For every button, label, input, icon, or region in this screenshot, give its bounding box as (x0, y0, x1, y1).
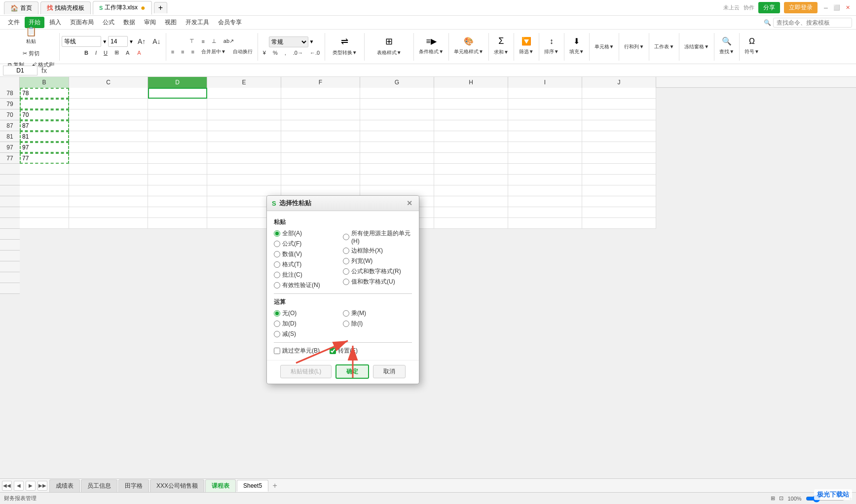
underline-button[interactable]: U (101, 48, 111, 57)
status-view-layout[interactable]: ⊡ (779, 495, 783, 502)
cell-ref-input[interactable] (3, 66, 37, 75)
cut-button[interactable]: ✂ 剪切 (20, 48, 42, 59)
tab-find[interactable]: 找 找稿壳模板 (40, 1, 91, 14)
paste-border-option[interactable]: 边框除外(X) (343, 247, 412, 255)
transpose-option[interactable]: 转置(E) (330, 347, 358, 355)
align-middle-button[interactable]: ≡ (198, 37, 207, 46)
font-name-input[interactable] (62, 36, 101, 47)
merge-button[interactable]: 合并居中▼ (198, 47, 229, 57)
op-add-radio[interactable] (274, 321, 280, 327)
paste-all-option[interactable]: 全部(A) (274, 229, 343, 238)
align-left-button[interactable]: ≡ (168, 47, 177, 56)
cloud-btn[interactable]: 未上云 (723, 4, 740, 11)
op-div-option[interactable]: 除(I) (343, 320, 412, 328)
paste-colwidth-option[interactable]: 列宽(W) (343, 257, 412, 265)
paste-value-radio[interactable] (274, 251, 280, 257)
sheet-tab-yuangongxinxi[interactable]: 员工信息 (81, 479, 117, 492)
paste-formula-num-option[interactable]: 公式和数字格式(R) (343, 267, 412, 276)
skip-blank-checkbox[interactable] (274, 348, 280, 354)
search-input[interactable] (773, 18, 852, 28)
paste-comment-radio[interactable] (274, 272, 280, 278)
paste-value-num-radio[interactable] (343, 279, 349, 285)
op-mul-option[interactable]: 乘(M) (343, 309, 412, 318)
workarea-button[interactable]: 工作表▼ (651, 42, 677, 52)
share-button[interactable]: 分享 (758, 2, 780, 13)
paste-format-option[interactable]: 格式(T) (274, 260, 343, 269)
paste-all-radio[interactable] (274, 230, 280, 237)
align-center-button[interactable]: ≡ (178, 47, 187, 56)
restore-button[interactable]: ⬜ (832, 3, 841, 12)
freeze-button[interactable]: 冻结窗格▼ (681, 42, 712, 52)
align-top-button[interactable]: ⊤ (186, 36, 197, 46)
sheet-nav-next2[interactable]: ▶▶ (37, 481, 47, 491)
cancel-button[interactable]: 取消 (373, 365, 406, 378)
op-sub-radio[interactable] (274, 331, 280, 337)
row-col-button[interactable]: 行和列▼ (621, 42, 647, 52)
wrap-button[interactable]: 自动换行 (230, 47, 256, 57)
align-bottom-button[interactable]: ⊥ (209, 36, 220, 46)
menu-pagelayout[interactable]: 页面布局 (66, 17, 98, 28)
currency-button[interactable]: ¥ (260, 48, 269, 57)
number-format-dropdown-icon[interactable]: ▼ (309, 39, 314, 44)
op-none-radio[interactable] (274, 310, 280, 317)
paste-border-radio[interactable] (343, 248, 349, 254)
paste-theme-radio[interactable] (343, 234, 349, 240)
menu-insert[interactable]: 插入 (45, 17, 65, 28)
sheet-tab-sales[interactable]: XXX公司销售额 (150, 479, 204, 492)
paste-value-num-option[interactable]: 值和数字格式(U) (343, 278, 412, 286)
status-view-normal[interactable]: ⊞ (771, 495, 775, 502)
cell-style-button[interactable]: 单元格样式▼ (451, 47, 486, 57)
orientation-button[interactable]: ab↗ (221, 36, 237, 46)
menu-dev[interactable]: 开发工具 (182, 17, 213, 28)
tab-sheet[interactable]: S 工作簿3.xlsx ● (93, 1, 152, 15)
collab-btn[interactable]: 协作 (744, 4, 754, 11)
table-style-button[interactable]: 表格样式▼ (374, 48, 405, 58)
menu-member[interactable]: 会员专享 (214, 17, 246, 28)
find-toolbar-button[interactable]: 查找▼ (716, 47, 737, 57)
sheet-tab-kechengbiao[interactable]: 课程表 (205, 479, 236, 492)
paste-colwidth-radio[interactable] (343, 258, 349, 264)
tab-home[interactable]: 🏠 首页 (4, 1, 38, 14)
border-button[interactable]: ⊞ (112, 48, 122, 57)
op-sub-option[interactable]: 减(S) (274, 330, 343, 338)
close-button[interactable]: ✕ (843, 3, 852, 12)
op-div-radio[interactable] (343, 321, 349, 327)
tab-add[interactable]: + (154, 2, 167, 13)
paste-formula-num-radio[interactable] (343, 268, 349, 275)
paste-validate-radio[interactable] (274, 282, 280, 288)
op-add-option[interactable]: 加(D) (274, 320, 343, 328)
sheet-tab-sheet5[interactable]: Sheet5 (237, 480, 268, 492)
font-size-dropdown-icon[interactable]: ▼ (129, 39, 134, 44)
minimize-button[interactable]: ─ (821, 3, 830, 12)
font-shrink-button[interactable]: A↓ (149, 36, 163, 47)
paste-validate-option[interactable]: 有效性验证(N) (274, 281, 343, 289)
decrease-decimal-button[interactable]: ←.0 (307, 48, 323, 57)
font-grow-button[interactable]: A↑ (135, 36, 149, 47)
menu-review[interactable]: 审阅 (140, 17, 160, 28)
paste-button[interactable]: 📋 粘贴 (21, 24, 41, 47)
sheet-nav-prev2[interactable]: ◀ (14, 481, 24, 491)
menu-data[interactable]: 数据 (119, 17, 139, 28)
sort-button[interactable]: 排序▼ (541, 47, 562, 57)
percent-button[interactable]: % (270, 48, 281, 57)
op-mul-radio[interactable] (343, 310, 349, 317)
formula-fx-icon[interactable]: fx (39, 67, 49, 74)
op-none-option[interactable]: 无(O) (274, 309, 343, 318)
paste-link-button[interactable]: 粘贴链接(L) (280, 365, 332, 378)
type-convert-button[interactable]: 类型转换▼ (330, 48, 360, 58)
increase-decimal-button[interactable]: .0→ (290, 48, 306, 57)
font-size-input[interactable] (108, 36, 128, 47)
sheet-tab-add[interactable]: + (269, 480, 280, 491)
sheet-nav-next[interactable]: ▶ (26, 481, 36, 491)
font-name-dropdown-icon[interactable]: ▼ (102, 39, 107, 44)
conditional-button[interactable]: 条件格式▼ (416, 47, 447, 57)
paste-formula-radio[interactable] (274, 241, 280, 247)
font-color-button[interactable]: A (134, 48, 144, 57)
paste-format-radio[interactable] (274, 261, 280, 268)
single-cell-button[interactable]: 单元格▼ (592, 42, 617, 52)
filter-button[interactable]: 筛选▼ (516, 47, 537, 57)
symbol-button[interactable]: 符号▼ (742, 47, 762, 57)
transpose-checkbox[interactable] (330, 348, 336, 354)
menu-formula[interactable]: 公式 (99, 17, 118, 28)
paste-comment-option[interactable]: 批注(C) (274, 271, 343, 279)
